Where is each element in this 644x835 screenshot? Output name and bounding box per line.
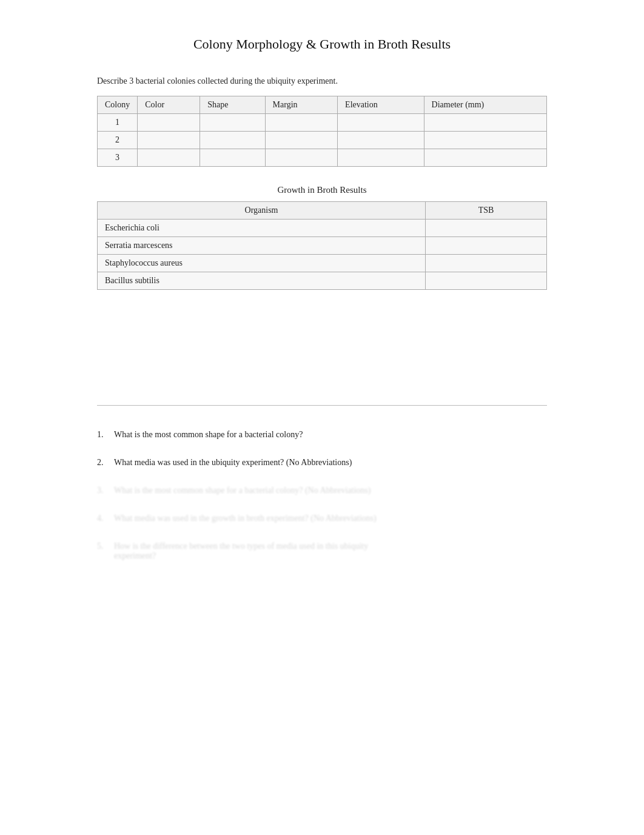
question-5-number: 5.	[97, 542, 109, 551]
colony-row3-elevation	[338, 149, 424, 167]
questions-section: 1. What is the most common shape for a b…	[97, 430, 547, 561]
question-1: 1. What is the most common shape for a b…	[97, 430, 547, 440]
broth-row3-tsb	[426, 255, 547, 272]
question-4-text: What media was used in the growth in bro…	[114, 514, 377, 523]
colony-row1-margin	[265, 114, 338, 132]
colony-row1-number: 1	[98, 114, 138, 132]
question-3-number: 3.	[97, 486, 109, 495]
colony-header-shape: Shape	[200, 96, 265, 114]
section-divider	[97, 405, 547, 406]
question-1-text: What is the most common shape for a bact…	[114, 430, 303, 440]
table-row: 3	[98, 149, 547, 167]
colony-row3-color	[138, 149, 200, 167]
colony-row3-shape	[200, 149, 265, 167]
question-2-number: 2.	[97, 458, 109, 468]
colony-header-elevation: Elevation	[338, 96, 424, 114]
broth-row1-organism: Escherichia coli	[98, 220, 426, 237]
table-row: Serratia marcescens	[98, 237, 547, 255]
question-1-number: 1.	[97, 430, 109, 440]
broth-section-title: Growth in Broth Results	[97, 185, 547, 195]
question-3-text: What is the most common shape for a bact…	[114, 486, 371, 495]
broth-row4-organism: Bacillus subtilis	[98, 272, 426, 290]
colony-header-color: Color	[138, 96, 200, 114]
broth-row1-tsb	[426, 220, 547, 237]
colony-row3-diameter	[424, 149, 546, 167]
table-row: Bacillus subtilis	[98, 272, 547, 290]
colony-header-diameter: Diameter (mm)	[424, 96, 546, 114]
colony-row2-diameter	[424, 132, 546, 149]
broth-header-organism: Organism	[98, 202, 426, 220]
colony-row1-elevation	[338, 114, 424, 132]
broth-table: Organism TSB Escherichia coli Serratia m…	[97, 201, 547, 290]
colony-row3-margin	[265, 149, 338, 167]
colony-row1-shape	[200, 114, 265, 132]
colony-header-margin: Margin	[265, 96, 338, 114]
broth-header-tsb: TSB	[426, 202, 547, 220]
broth-row3-organism: Staphylococcus aureus	[98, 255, 426, 272]
table-row: 1	[98, 114, 547, 132]
question-2: 2. What media was used in the ubiquity e…	[97, 458, 547, 468]
question-5-text: How is the difference between the two ty…	[114, 542, 368, 561]
table-row: Escherichia coli	[98, 220, 547, 237]
question-3: 3. What is the most common shape for a b…	[97, 486, 547, 495]
question-4: 4. What media was used in the growth in …	[97, 514, 547, 523]
colony-row2-shape	[200, 132, 265, 149]
description-text: Describe 3 bacterial colonies collected …	[97, 76, 547, 86]
table-row: 2	[98, 132, 547, 149]
question-5: 5. How is the difference between the two…	[97, 542, 547, 561]
colony-row2-elevation	[338, 132, 424, 149]
colony-row1-color	[138, 114, 200, 132]
colony-table: Colony Color Shape Margin Elevation Diam…	[97, 96, 547, 167]
colony-row1-diameter	[424, 114, 546, 132]
question-4-number: 4.	[97, 514, 109, 523]
colony-row2-number: 2	[98, 132, 138, 149]
colony-row2-margin	[265, 132, 338, 149]
broth-row2-tsb	[426, 237, 547, 255]
colony-row3-number: 3	[98, 149, 138, 167]
colony-header-colony: Colony	[98, 96, 138, 114]
page-title: Colony Morphology & Growth in Broth Resu…	[97, 36, 547, 52]
broth-row4-tsb	[426, 272, 547, 290]
broth-row2-organism: Serratia marcescens	[98, 237, 426, 255]
table-row: Staphylococcus aureus	[98, 255, 547, 272]
question-2-text: What media was used in the ubiquity expe…	[114, 458, 352, 468]
colony-row2-color	[138, 132, 200, 149]
